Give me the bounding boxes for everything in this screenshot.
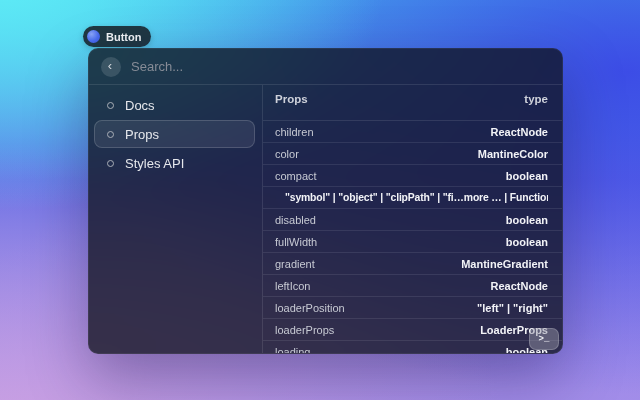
- prop-row-disabled[interactable]: disabledboolean: [263, 209, 562, 231]
- prop-row-loaderProps[interactable]: loaderPropsLoaderProps: [263, 319, 562, 341]
- terminal-toggle-button[interactable]: >_: [529, 328, 559, 350]
- prop-name: leftIcon: [275, 280, 310, 292]
- terminal-prompt-icon: >_: [539, 334, 550, 344]
- spotlight-modal: ‹ DocsPropsStyles API Props type childre…: [88, 48, 563, 354]
- props-table-body: childrenReactNodecolorMantineColorcompac…: [263, 121, 562, 353]
- search-input[interactable]: [131, 59, 550, 74]
- sidebar-item-styles-api[interactable]: Styles API: [94, 149, 255, 177]
- sidebar-item-label: Docs: [125, 98, 155, 113]
- prop-row-children[interactable]: childrenReactNode: [263, 121, 562, 143]
- table-header: Props type: [263, 85, 562, 121]
- prop-name: children: [275, 126, 314, 138]
- ring-icon: [107, 160, 114, 167]
- chevron-left-icon: ‹: [108, 59, 112, 72]
- component-badge[interactable]: Button: [83, 26, 151, 47]
- modal-body: DocsPropsStyles API Props type childrenR…: [89, 85, 562, 353]
- prop-type: boolean: [506, 170, 548, 182]
- prop-type: boolean: [506, 236, 548, 248]
- prop-type: "left" | "right": [477, 302, 548, 314]
- table-header-type: type: [524, 93, 548, 120]
- prop-name: loading: [275, 346, 310, 354]
- prop-type: MantineColor: [478, 148, 548, 160]
- prop-name: fullWidth: [275, 236, 317, 248]
- prop-row-gradient[interactable]: gradientMantineGradient: [263, 253, 562, 275]
- prop-type: ReactNode: [491, 126, 548, 138]
- prop-name: loaderProps: [275, 324, 334, 336]
- component-badge-label: Button: [106, 31, 141, 43]
- prop-type: ReactNode: [491, 280, 548, 292]
- desktop-background: Button ‹ DocsPropsStyles API Props type …: [0, 0, 640, 400]
- prop-row-loaderPosition[interactable]: loaderPosition"left" | "right": [263, 297, 562, 319]
- prop-row-loading[interactable]: loadingboolean: [263, 341, 562, 353]
- prop-row-color[interactable]: colorMantineColor: [263, 143, 562, 165]
- sidebar-item-label: Styles API: [125, 156, 184, 171]
- table-header-name: Props: [275, 93, 308, 120]
- back-button[interactable]: ‹: [101, 57, 121, 77]
- prop-name: loaderPosition: [275, 302, 345, 314]
- ring-icon: [107, 102, 114, 109]
- prop-row-leftIcon[interactable]: leftIconReactNode: [263, 275, 562, 297]
- sidebar: DocsPropsStyles API: [89, 85, 263, 353]
- component-dot-icon: [87, 30, 100, 43]
- prop-type: boolean: [506, 214, 548, 226]
- prop-row-compact[interactable]: compactboolean: [263, 165, 562, 187]
- props-panel: Props type childrenReactNodecolorMantine…: [263, 85, 562, 353]
- sidebar-item-label: Props: [125, 127, 159, 142]
- prop-type: MantineGradient: [461, 258, 548, 270]
- sidebar-item-docs[interactable]: Docs: [94, 91, 255, 119]
- prop-type: "symbol" | "object" | "clipPath" | "fi…m…: [285, 192, 548, 203]
- search-bar: ‹: [89, 49, 562, 85]
- sidebar-item-props[interactable]: Props: [94, 120, 255, 148]
- prop-name: compact: [275, 170, 317, 182]
- prop-name: color: [275, 148, 299, 160]
- prop-row[interactable]: "symbol" | "object" | "clipPath" | "fi…m…: [263, 187, 562, 209]
- ring-icon: [107, 131, 114, 138]
- prop-name: gradient: [275, 258, 315, 270]
- prop-row-fullWidth[interactable]: fullWidthboolean: [263, 231, 562, 253]
- prop-name: disabled: [275, 214, 316, 226]
